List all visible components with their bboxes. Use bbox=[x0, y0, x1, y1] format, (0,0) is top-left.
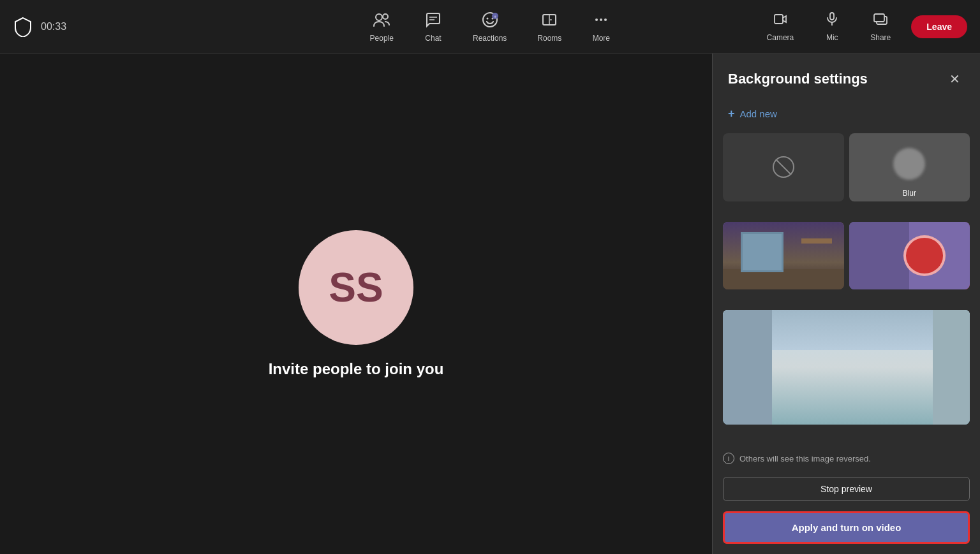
bg-settings-panel: Background settings ✕ + Add new Blur bbox=[712, 54, 980, 554]
lockers-row bbox=[723, 361, 871, 425]
room-bg-preview-1 bbox=[723, 222, 844, 290]
leave-button[interactable]: Leave bbox=[911, 15, 967, 38]
svg-text:+: + bbox=[494, 15, 496, 19]
bg-option-room1[interactable] bbox=[723, 222, 844, 290]
mic-control[interactable]: Mic bbox=[814, 6, 850, 47]
share-icon bbox=[873, 11, 888, 31]
svg-point-0 bbox=[376, 14, 382, 20]
no-bg-icon bbox=[771, 154, 796, 180]
blur-label: Blur bbox=[903, 189, 916, 198]
corridor-preview bbox=[723, 310, 970, 425]
more-label: More bbox=[593, 34, 610, 43]
plus-icon: + bbox=[728, 107, 735, 120]
room-shelf bbox=[801, 238, 831, 244]
video-area: SS Invite people to join you bbox=[0, 54, 712, 554]
nav-item-chat[interactable]: Chat bbox=[409, 6, 457, 48]
rooms-icon bbox=[540, 11, 558, 31]
nav-item-rooms[interactable]: Rooms bbox=[522, 6, 577, 48]
topbar-left: 00:33 bbox=[13, 17, 66, 37]
svg-point-12 bbox=[595, 18, 598, 21]
stop-preview-button[interactable]: Stop preview bbox=[723, 477, 970, 501]
add-new-button[interactable]: + Add new bbox=[713, 99, 980, 128]
mic-icon bbox=[824, 11, 840, 31]
bg-option-corridor[interactable] bbox=[723, 310, 970, 425]
nav-bar: People Chat + bbox=[355, 6, 626, 48]
people-label: People bbox=[370, 34, 394, 43]
bg-panel-header: Background settings ✕ bbox=[713, 54, 980, 99]
room-circle bbox=[903, 235, 946, 276]
info-bar: i Others will see this image reversed. bbox=[713, 445, 980, 472]
svg-point-11 bbox=[551, 18, 552, 20]
bg-option-room2[interactable] bbox=[849, 222, 970, 290]
bg-option-blur[interactable]: Blur bbox=[849, 133, 970, 201]
camera-icon bbox=[773, 11, 788, 31]
svg-point-5 bbox=[486, 17, 488, 19]
svg-point-1 bbox=[383, 14, 388, 19]
chat-label: Chat bbox=[425, 34, 441, 43]
mic-label: Mic bbox=[826, 33, 838, 42]
main-area: SS Invite people to join you Background … bbox=[0, 54, 980, 554]
reactions-label: Reactions bbox=[473, 34, 507, 43]
shield-icon bbox=[13, 17, 33, 37]
people-icon bbox=[373, 11, 390, 31]
avatar: SS bbox=[299, 230, 413, 345]
topbar: 00:33 People Chat bbox=[0, 0, 980, 54]
share-label: Share bbox=[870, 33, 891, 42]
close-button[interactable]: ✕ bbox=[944, 69, 965, 89]
blur-preview-circle bbox=[893, 148, 925, 180]
svg-point-14 bbox=[604, 18, 607, 21]
bg-grid: Blur bbox=[713, 128, 980, 445]
info-icon: i bbox=[723, 453, 734, 464]
nav-item-people[interactable]: People bbox=[355, 6, 409, 48]
room-wall bbox=[849, 222, 910, 290]
camera-control[interactable]: Camera bbox=[757, 6, 805, 47]
room-window bbox=[741, 232, 783, 273]
bg-option-none[interactable] bbox=[723, 133, 844, 201]
svg-line-19 bbox=[776, 159, 791, 175]
room-bg-preview-2 bbox=[849, 222, 970, 290]
avatar-initials: SS bbox=[329, 264, 383, 311]
nav-item-reactions[interactable]: + Reactions bbox=[457, 6, 522, 48]
nav-item-more[interactable]: More bbox=[577, 6, 625, 48]
svg-rect-15 bbox=[830, 13, 834, 20]
more-icon bbox=[592, 11, 610, 31]
info-text: Others will see this image reversed. bbox=[739, 454, 871, 463]
reactions-icon: + bbox=[481, 11, 499, 31]
avatar-container: SS Invite people to join you bbox=[269, 230, 444, 378]
topbar-controls: Camera Mic Share Leave bbox=[757, 6, 967, 47]
chat-icon bbox=[424, 11, 442, 31]
invite-text: Invite people to join you bbox=[269, 360, 444, 378]
corridor-right-wall bbox=[933, 310, 970, 425]
add-new-label: Add new bbox=[740, 108, 777, 119]
svg-rect-17 bbox=[874, 14, 884, 22]
rooms-label: Rooms bbox=[537, 34, 561, 43]
svg-point-13 bbox=[600, 18, 602, 21]
apply-button[interactable]: Apply and turn on video bbox=[723, 511, 970, 544]
call-timer: 00:33 bbox=[41, 21, 66, 33]
share-control[interactable]: Share bbox=[860, 6, 901, 47]
camera-label: Camera bbox=[767, 33, 794, 42]
bg-panel-title: Background settings bbox=[728, 71, 868, 87]
